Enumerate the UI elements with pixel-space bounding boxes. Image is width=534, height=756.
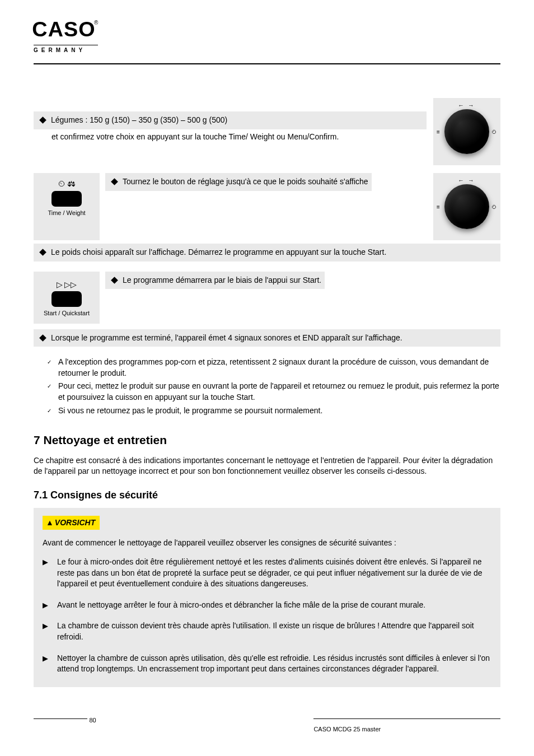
note-text: Si vous ne retournez pas le produit, le … xyxy=(58,405,322,417)
brand-header: CASO® GERMANY xyxy=(34,16,500,55)
dial-timer-icon: ⏲ xyxy=(491,128,497,136)
check-icon: ✓ xyxy=(47,357,58,379)
step-text-cont: et confirmez votre choix en appuyant sur… xyxy=(51,132,339,141)
note-text: Pour ceci, mettez le produit sur pause e… xyxy=(58,381,500,403)
caution-lead: Avant de commencer le nettoyage de l'app… xyxy=(43,538,491,549)
page-footer: 80 CASO MCDG 25 master xyxy=(34,716,500,734)
dial-control-illustration: ← → ≡ ⏲ xyxy=(433,173,500,240)
caution-item: ▶ Nettoyer la chambre de cuisson après u… xyxy=(43,653,491,675)
section-heading-7: 7 Nettoyage et entretien xyxy=(34,432,500,448)
step-text: Tournez le bouton de réglage jusqu'à ce … xyxy=(123,176,368,188)
logo-subtext: GERMANY xyxy=(34,45,98,54)
caution-item: ▶ La chambre de cuisson devient très cha… xyxy=(43,620,491,642)
triangle-bullet-icon: ▶ xyxy=(43,557,57,590)
bullet-line: Tournez le bouton de réglage jusqu'à ce … xyxy=(105,176,368,188)
step-text: Le poids choisi apparaît sur l'affichage… xyxy=(51,247,497,258)
document-body: Légumes : 150 g (150) – 350 g (350) – 50… xyxy=(34,64,500,687)
triangle-bullet-icon: ▶ xyxy=(43,620,57,642)
brand-logo: CASO® GERMANY xyxy=(34,16,98,54)
triangle-bullet-icon: ▶ xyxy=(43,653,57,675)
note-list: ✓A l'exception des programmes pop-corn e… xyxy=(34,357,500,416)
caution-item-text: La chambre de cuisson devient très chaud… xyxy=(57,620,491,642)
section-heading-7-1: 7.1 Consignes de sécurité xyxy=(34,488,500,502)
section-paragraph: Ce chapitre est consacré à des indicatio… xyxy=(34,455,500,477)
diamond-bullet-icon xyxy=(111,178,118,185)
dial-control-illustration: ← → ≡ ⏲ xyxy=(433,98,500,165)
caution-item-text: Avant le nettoyage arrêter le four à mic… xyxy=(57,600,425,611)
dial-timer-icon: ⏲ xyxy=(491,203,497,211)
diamond-bullet-icon xyxy=(39,249,46,256)
dial-knob xyxy=(444,109,489,154)
logo-text: CASO xyxy=(32,16,95,44)
warning-triangle-icon: ▲ xyxy=(46,518,54,527)
bullet-line: Le programme démarrera par le biais de l… xyxy=(105,275,321,286)
time-weight-label: Time / Weight xyxy=(36,209,97,217)
bullet-line: Le poids choisi apparaît sur l'affichage… xyxy=(34,247,497,258)
time-weight-icons: ⏲ ⚖ xyxy=(36,179,97,190)
bullet-line: Lorsque le programme est terminé, l'appa… xyxy=(34,333,497,344)
dial-list-icon: ≡ xyxy=(437,203,440,211)
bullet-line: Légumes : 150 g (150) – 350 g (350) – 50… xyxy=(34,115,423,126)
diamond-bullet-icon xyxy=(39,334,46,342)
caution-box: ▲VORSICHT Avant de commencer le nettoyag… xyxy=(34,508,500,687)
check-icon: ✓ xyxy=(47,405,58,417)
caution-label: ▲VORSICHT xyxy=(43,516,100,530)
product-model: CASO MCDG 25 master xyxy=(313,726,381,732)
caution-label-text: VORSICHT xyxy=(55,518,95,527)
start-icons: ▷ ▷▷ xyxy=(36,279,97,291)
step-text: Lorsque le programme est terminé, l'appa… xyxy=(51,333,497,344)
button-shape xyxy=(51,191,82,207)
triangle-bullet-icon: ▶ xyxy=(43,600,57,611)
caution-item-text: Le four à micro-ondes doit être régulièr… xyxy=(57,557,491,590)
diamond-bullet-icon xyxy=(111,277,118,284)
logo-registered: ® xyxy=(94,20,98,26)
caution-item-text: Nettoyer la chambre de cuisson après uti… xyxy=(57,653,491,675)
page-number: 80 xyxy=(89,717,96,724)
step-text: Légumes : 150 g (150) – 350 g (350) – 50… xyxy=(51,115,423,126)
dial-knob xyxy=(444,184,489,229)
note-text: A l'exception des programmes pop-corn et… xyxy=(58,357,500,379)
caution-item: ▶ Le four à micro-ondes doit être réguli… xyxy=(43,557,491,590)
start-button-illustration: ▷ ▷▷ Start / Quickstart xyxy=(34,272,100,324)
button-shape xyxy=(51,291,82,307)
step-text: Le programme démarrera par le biais de l… xyxy=(123,275,321,286)
diamond-bullet-icon xyxy=(39,116,46,124)
caution-item: ▶ Avant le nettoyage arrêter le four à m… xyxy=(43,600,491,611)
check-icon: ✓ xyxy=(47,381,58,403)
time-weight-button-illustration: ⏲ ⚖ Time / Weight xyxy=(34,173,100,240)
start-quickstart-label: Start / Quickstart xyxy=(36,309,97,318)
dial-list-icon: ≡ xyxy=(437,128,440,136)
